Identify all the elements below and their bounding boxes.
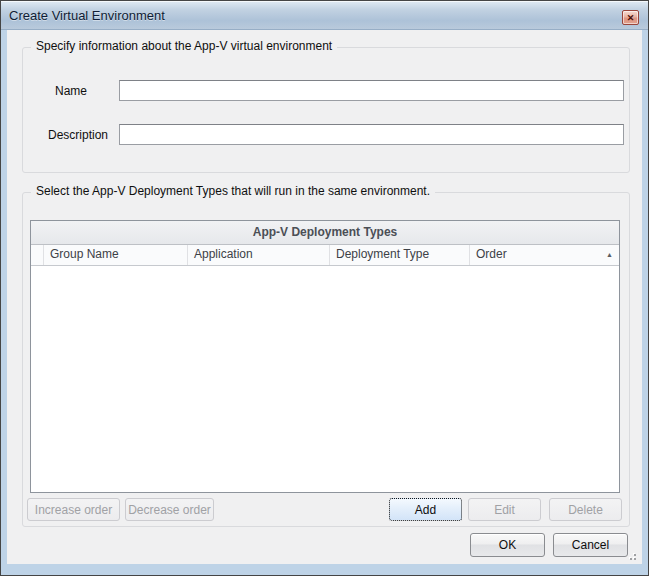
column-header-deployment-type[interactable]: Deployment Type (330, 245, 470, 265)
delete-button[interactable]: Delete (549, 498, 622, 521)
decrease-order-button[interactable]: Decrease order (125, 498, 214, 521)
edit-button[interactable]: Edit (468, 498, 541, 521)
add-button[interactable]: Add (389, 498, 462, 521)
deployment-types-table: App-V Deployment Types Group Name Applic… (30, 220, 620, 493)
description-input[interactable] (119, 124, 624, 145)
description-label: Description (48, 128, 108, 142)
ok-button[interactable]: OK (470, 533, 545, 557)
name-label: Name (55, 84, 87, 98)
resize-grip[interactable] (626, 550, 638, 562)
column-header-application[interactable]: Application (188, 245, 330, 265)
window-title: Create Virtual Environment (9, 8, 165, 23)
column-header-selector[interactable] (31, 245, 44, 265)
close-icon: ✕ (627, 13, 635, 23)
cancel-button[interactable]: Cancel (553, 533, 628, 557)
table-header-row: Group Name Application Deployment Type O… (31, 245, 619, 266)
column-header-group-name[interactable]: Group Name (44, 245, 188, 265)
name-input[interactable] (119, 80, 624, 101)
create-virtual-environment-dialog: Create Virtual Environment ✕ Specify inf… (0, 0, 649, 576)
column-header-order[interactable]: Order ▲ (470, 245, 619, 265)
column-header-order-label: Order (476, 247, 507, 261)
title-bar[interactable]: Create Virtual Environment (1, 1, 648, 30)
increase-order-button[interactable]: Increase order (27, 498, 120, 521)
table-title: App-V Deployment Types (31, 221, 619, 245)
table-body[interactable] (31, 266, 619, 492)
sort-ascending-icon: ▲ (606, 245, 613, 265)
close-button[interactable]: ✕ (622, 10, 639, 25)
deployment-types-groupbox-legend: Select the App-V Deployment Types that w… (31, 184, 435, 199)
info-groupbox: Specify information about the App-V virt… (22, 47, 630, 173)
info-groupbox-legend: Specify information about the App-V virt… (31, 39, 337, 54)
